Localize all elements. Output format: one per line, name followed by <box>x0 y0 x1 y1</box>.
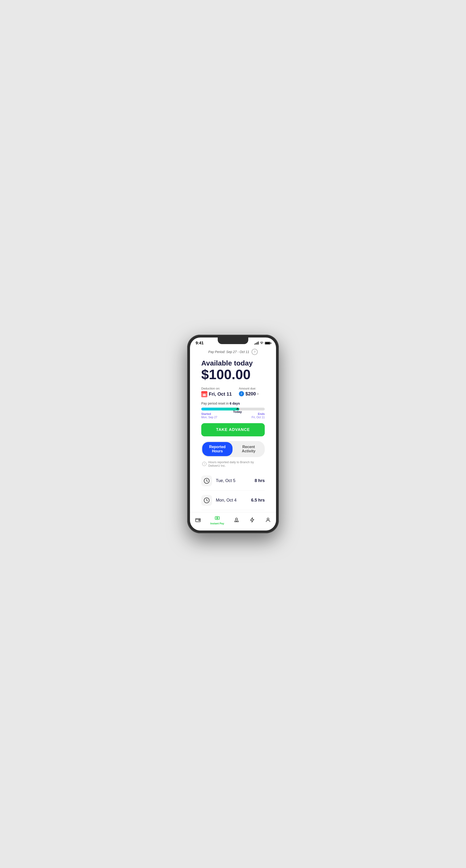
deduction-label: Deduction on: <box>201 387 232 390</box>
progress-start: Started Mon, Sep 27 <box>201 412 217 419</box>
reset-text: Pay period reset in 6 days <box>201 402 265 405</box>
instant-pay-icon <box>214 515 221 521</box>
hours-value-1: 6.5 hrs <box>251 498 265 503</box>
clock-icon-0 <box>201 475 212 486</box>
svg-line-9 <box>207 500 208 501</box>
nav-profile[interactable] <box>265 517 271 523</box>
notch <box>218 338 248 344</box>
main-content: Pay Period: Sep 27 - Oct 11 ? Available … <box>190 347 276 512</box>
hours-value-0: 8 hrs <box>255 478 265 483</box>
phone-screen: 9:41 <box>190 338 276 530</box>
battery-icon <box>265 342 270 345</box>
status-icons <box>255 341 270 345</box>
hours-date-0: Tue, Oct 5 <box>216 478 251 483</box>
deduction-value: Fri, Oct 11 <box>201 391 232 397</box>
info-circle-icon: i <box>239 391 244 396</box>
amount-value: $100.00 <box>201 367 251 382</box>
nav-lightning[interactable] <box>249 517 256 523</box>
hours-list: Tue, Oct 5 8 hrs Mon, Oct <box>201 471 265 510</box>
svg-point-14 <box>267 518 269 520</box>
phone-frame: 9:41 <box>187 335 279 533</box>
deduction-date: Fri, Oct 11 <box>209 392 232 397</box>
clock-icon-1 <box>201 495 212 506</box>
amount-display: $100.00 <box>201 367 265 382</box>
amount-due: $200 <box>245 391 256 397</box>
deduction-col: Deduction on: <box>201 387 232 397</box>
take-advance-button[interactable]: TAKE ADVANCE <box>201 423 265 436</box>
profile-icon <box>265 517 271 523</box>
progress-section: Pay period reset in 6 days Started Mon, … <box>201 402 265 419</box>
recent-activity-tab[interactable]: Recent Activity <box>233 442 264 456</box>
info-notice-icon: i <box>202 462 206 466</box>
nav-rewards[interactable] <box>233 517 240 523</box>
chevron-right-icon: › <box>257 392 258 396</box>
pay-period-bar: Pay Period: Sep 27 - Oct 11 ? <box>196 347 270 357</box>
today-triangle-icon <box>236 408 239 409</box>
status-time: 9:41 <box>196 341 204 345</box>
main-section: Available today $100.00 Deduction on: <box>196 357 270 510</box>
lightning-icon <box>249 517 256 523</box>
info-notice-text: Hours reported daily to Branch by Delive… <box>208 460 264 467</box>
amount-due-value[interactable]: i $200 › <box>239 391 259 397</box>
calendar-icon <box>201 391 207 397</box>
wallet-icon <box>195 517 201 523</box>
pay-period-text: Pay Period: Sep 27 - Oct 11 <box>208 350 249 354</box>
hours-item-1: Mon, Oct 4 6.5 hrs <box>201 491 265 510</box>
amount-due-label: Amount due: <box>239 387 259 390</box>
rewards-icon <box>233 517 240 523</box>
tab-container: Reported Hours Recent Activity <box>201 441 265 457</box>
deduction-row: Deduction on: <box>201 387 265 397</box>
wifi-icon <box>260 341 264 345</box>
reported-hours-tab[interactable]: Reported Hours <box>202 442 233 456</box>
instant-pay-label: Instant Pay <box>210 522 224 525</box>
amount-due-col: Amount due: i $200 › <box>239 387 259 397</box>
svg-point-13 <box>236 518 237 520</box>
bottom-nav: Instant Pay <box>190 512 276 530</box>
svg-rect-0 <box>203 394 206 396</box>
available-label: Available today <box>201 359 265 367</box>
progress-today: Today <box>233 408 242 413</box>
svg-line-6 <box>207 481 208 482</box>
hours-item-0: Tue, Oct 5 8 hrs <box>201 471 265 491</box>
progress-end: Ends Fri, Oct 11 <box>252 412 265 419</box>
tab-section: Reported Hours Recent Activity <box>201 441 265 457</box>
info-notice: i Hours reported daily to Branch by Deli… <box>201 460 265 471</box>
signal-icon <box>255 342 259 345</box>
nav-instant-pay[interactable]: Instant Pay <box>210 515 224 525</box>
help-button[interactable]: ? <box>252 349 258 355</box>
progress-labels: Started Mon, Sep 27 Today Ends Fri, Oct … <box>201 412 265 419</box>
nav-wallet[interactable] <box>195 517 201 523</box>
hours-date-1: Mon, Oct 4 <box>216 498 247 503</box>
